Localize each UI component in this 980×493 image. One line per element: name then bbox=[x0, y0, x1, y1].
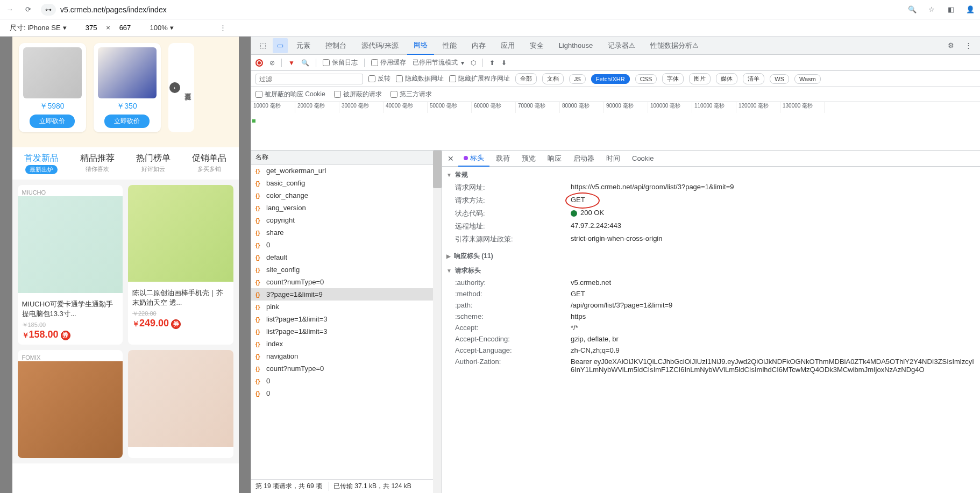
type-wasm[interactable]: Wasm bbox=[794, 74, 821, 84]
request-row[interactable]: list?page=1&limit=3 bbox=[251, 313, 433, 325]
grid-product-card[interactable] bbox=[128, 350, 233, 458]
grid-product-card[interactable]: 陈以二原创油画棒手机壳｜芥末奶油天空 透... ￥220.00 ￥249.00券 bbox=[128, 185, 233, 345]
request-row[interactable]: 3?page=1&limit=9 bbox=[251, 288, 433, 301]
wifi-icon[interactable]: ⬡ bbox=[471, 59, 476, 67]
invert-checkbox[interactable]: 反转 bbox=[368, 74, 390, 83]
tab-initiator[interactable]: 启动器 bbox=[568, 151, 600, 167]
request-row[interactable]: list?page=1&limit=3 bbox=[251, 325, 433, 338]
star-icon[interactable]: ☆ bbox=[926, 4, 937, 15]
request-row[interactable]: pink bbox=[251, 301, 433, 313]
device-frame[interactable]: ￥5980 立即砍价 ￥350 立即砍价 查看更多 › 首发 bbox=[12, 37, 239, 493]
request-row[interactable]: lang_version bbox=[251, 202, 433, 214]
response-headers-section[interactable]: ▶响应标头 (11) bbox=[442, 250, 980, 262]
request-row[interactable]: 0 bbox=[251, 387, 433, 399]
request-row[interactable]: color_change bbox=[251, 189, 433, 202]
request-row[interactable]: count?numType=0 bbox=[251, 362, 433, 375]
type-manifest[interactable]: 清单 bbox=[743, 73, 764, 84]
tab-preview[interactable]: 预览 bbox=[516, 151, 541, 167]
tab-timing[interactable]: 时间 bbox=[601, 151, 626, 167]
tab-response[interactable]: 响应 bbox=[542, 151, 567, 167]
tab-payload[interactable]: 载荷 bbox=[491, 151, 515, 167]
device-select[interactable]: 尺寸: iPhone SE ▾ bbox=[10, 23, 67, 33]
buy-button[interactable]: 立即砍价 bbox=[104, 115, 150, 128]
throttling-select[interactable]: 已停用节流模式 ▾ bbox=[413, 58, 464, 67]
scrollbar[interactable] bbox=[433, 151, 442, 493]
site-info-icon[interactable]: ⊶ bbox=[41, 4, 56, 16]
disable-cache-checkbox[interactable]: 停用缓存 bbox=[371, 58, 406, 67]
device-toggle-icon[interactable]: ▭ bbox=[273, 38, 288, 53]
tab-recommend[interactable]: 精品推荐 猜你喜欢 bbox=[72, 153, 123, 174]
type-js[interactable]: JS bbox=[569, 74, 586, 84]
request-row[interactable]: navigation bbox=[251, 350, 433, 362]
request-row[interactable]: index bbox=[251, 338, 433, 350]
tab-sources[interactable]: 源代码/来源 bbox=[355, 37, 405, 55]
grid-product-card[interactable]: FOMIX bbox=[18, 350, 123, 458]
panel-icon[interactable]: ◧ bbox=[946, 4, 956, 15]
request-row[interactable]: share bbox=[251, 226, 433, 239]
profile-icon[interactable]: 👤 bbox=[965, 4, 976, 15]
clear-icon[interactable]: ⊘ bbox=[269, 59, 275, 67]
tab-security[interactable]: 安全 bbox=[523, 37, 550, 55]
width-input[interactable] bbox=[79, 24, 104, 32]
close-icon[interactable]: ✕ bbox=[444, 154, 457, 163]
type-doc[interactable]: 文档 bbox=[542, 73, 564, 84]
tab-memory[interactable]: 内存 bbox=[465, 37, 492, 55]
tab-hot[interactable]: 热门榜单 好评如云 bbox=[127, 153, 179, 174]
more-icon[interactable]: ⋮ bbox=[961, 38, 976, 53]
more-icon[interactable]: ⋮ bbox=[218, 23, 229, 33]
column-name[interactable]: 名称 bbox=[251, 151, 442, 165]
url-bar[interactable]: ⊶ v5.crmeb.net/pages/index/index bbox=[41, 4, 167, 16]
tab-performance[interactable]: 性能 bbox=[436, 37, 463, 55]
blocked-cookie-checkbox[interactable]: 被屏蔽的响应 Cookie bbox=[255, 90, 325, 99]
gear-icon[interactable]: ⚙ bbox=[943, 38, 958, 53]
filter-input[interactable] bbox=[255, 74, 363, 84]
request-row[interactable]: site_config bbox=[251, 263, 433, 276]
request-row[interactable]: count?numType=0 bbox=[251, 276, 433, 288]
search-icon[interactable]: 🔍 bbox=[301, 59, 309, 67]
grid-product-card[interactable]: MIUCHO MIUCHO可爱卡通学生通勤手提电脑包13.3寸... ￥185.… bbox=[18, 185, 123, 345]
tab-elements[interactable]: 元素 bbox=[290, 37, 317, 55]
buy-button[interactable]: 立即砍价 bbox=[30, 115, 75, 128]
type-ws[interactable]: WS bbox=[770, 74, 789, 84]
download-icon[interactable]: ⬇ bbox=[501, 59, 507, 67]
tab-promo[interactable]: 促销单品 多买多销 bbox=[183, 153, 235, 174]
forward-icon[interactable]: → bbox=[4, 4, 15, 15]
more-card[interactable]: 查看更多 › bbox=[168, 43, 194, 132]
tab-application[interactable]: 应用 bbox=[494, 37, 521, 55]
tab-perf-insights[interactable]: 性能数据分析 ⚠ bbox=[644, 37, 705, 55]
filter-icon[interactable]: ▼ bbox=[288, 59, 295, 67]
request-row[interactable]: copyright bbox=[251, 214, 433, 226]
upload-icon[interactable]: ⬆ bbox=[489, 59, 495, 67]
type-all[interactable]: 全部 bbox=[515, 73, 537, 84]
product-card[interactable]: ￥5980 立即砍价 bbox=[19, 43, 86, 132]
request-row[interactable]: 0 bbox=[251, 239, 433, 251]
preserve-log-checkbox[interactable]: 保留日志 bbox=[323, 58, 358, 67]
reload-icon[interactable]: ⟳ bbox=[23, 4, 33, 15]
tab-new[interactable]: 首发新品 最新出炉 bbox=[16, 153, 67, 174]
general-section[interactable]: ▼常规 bbox=[442, 169, 980, 181]
record-icon[interactable] bbox=[255, 59, 263, 67]
tab-cookies[interactable]: Cookie bbox=[627, 151, 659, 167]
hide-ext-checkbox[interactable]: 隐藏扩展程序网址 bbox=[449, 74, 510, 83]
type-img[interactable]: 图片 bbox=[689, 73, 711, 84]
inspect-icon[interactable]: ⬚ bbox=[255, 38, 271, 53]
hide-data-checkbox[interactable]: 隐藏数据网址 bbox=[396, 74, 444, 83]
type-css[interactable]: CSS bbox=[635, 74, 657, 84]
tab-network[interactable]: 网络 bbox=[407, 37, 434, 55]
request-row[interactable]: get_workerman_url bbox=[251, 165, 433, 177]
product-card[interactable]: ￥350 立即砍价 bbox=[94, 43, 161, 132]
zoom-icon[interactable]: 🔍 bbox=[907, 4, 918, 15]
request-headers-section[interactable]: ▼请求标头 bbox=[442, 265, 980, 277]
zoom-select[interactable]: 100% ▾ bbox=[150, 24, 174, 32]
request-row[interactable]: default bbox=[251, 251, 433, 263]
height-input[interactable] bbox=[112, 24, 138, 32]
tab-recorder[interactable]: 记录器 ⚠ bbox=[601, 37, 642, 55]
blocked-req-checkbox[interactable]: 被屏蔽的请求 bbox=[334, 90, 382, 99]
network-timeline[interactable]: 10000 毫秒20000 毫秒30000 毫秒40000 毫秒50000 毫秒… bbox=[251, 102, 980, 151]
tab-lighthouse[interactable]: Lighthouse bbox=[552, 37, 600, 55]
third-party-checkbox[interactable]: 第三方请求 bbox=[390, 90, 432, 99]
type-xhr[interactable]: Fetch/XHR bbox=[591, 74, 630, 84]
tab-headers[interactable]: 标头 bbox=[458, 151, 489, 167]
tab-console[interactable]: 控制台 bbox=[319, 37, 353, 55]
request-row[interactable]: basic_config bbox=[251, 177, 433, 189]
